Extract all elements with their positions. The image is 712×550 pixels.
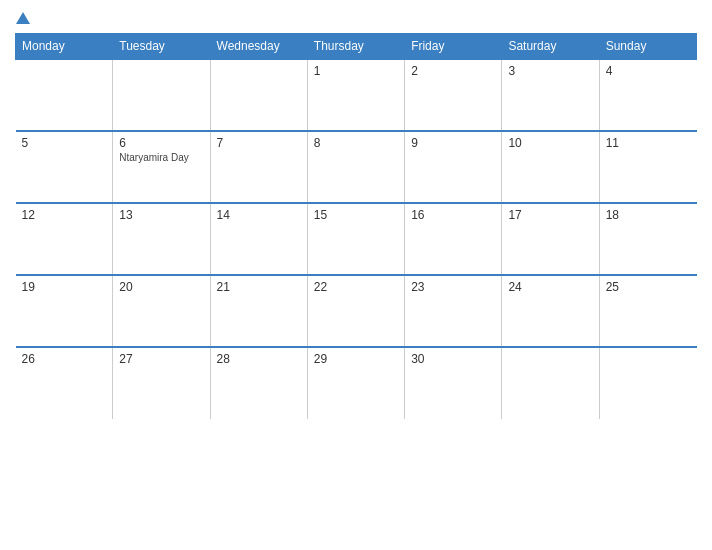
weekday-header-saturday: Saturday	[502, 34, 599, 60]
weekday-header-tuesday: Tuesday	[113, 34, 210, 60]
day-number: 24	[508, 280, 592, 294]
day-number: 23	[411, 280, 495, 294]
calendar-cell: 20	[113, 275, 210, 347]
day-number: 6	[119, 136, 203, 150]
day-number: 18	[606, 208, 691, 222]
weekday-header-wednesday: Wednesday	[210, 34, 307, 60]
day-number: 3	[508, 64, 592, 78]
weekday-header-row: MondayTuesdayWednesdayThursdayFridaySatu…	[16, 34, 697, 60]
calendar-cell: 7	[210, 131, 307, 203]
calendar-cell: 15	[307, 203, 404, 275]
day-number: 15	[314, 208, 398, 222]
calendar-table: MondayTuesdayWednesdayThursdayFridaySatu…	[15, 33, 697, 419]
calendar-cell: 4	[599, 59, 696, 131]
week-row-3: 12131415161718	[16, 203, 697, 275]
day-number: 8	[314, 136, 398, 150]
calendar-cell: 18	[599, 203, 696, 275]
calendar-cell: 29	[307, 347, 404, 419]
day-number: 16	[411, 208, 495, 222]
calendar-cell: 26	[16, 347, 113, 419]
calendar-cell: 23	[405, 275, 502, 347]
calendar-cell: 5	[16, 131, 113, 203]
day-number: 12	[22, 208, 107, 222]
day-number: 13	[119, 208, 203, 222]
calendar-cell: 12	[16, 203, 113, 275]
calendar-cell: 14	[210, 203, 307, 275]
weekday-header-monday: Monday	[16, 34, 113, 60]
calendar-cell: 19	[16, 275, 113, 347]
day-number: 14	[217, 208, 301, 222]
day-number: 9	[411, 136, 495, 150]
day-number: 19	[22, 280, 107, 294]
day-number: 5	[22, 136, 107, 150]
day-number: 27	[119, 352, 203, 366]
week-row-2: 56Ntaryamira Day7891011	[16, 131, 697, 203]
calendar-cell: 2	[405, 59, 502, 131]
calendar-cell	[502, 347, 599, 419]
calendar-cell: 17	[502, 203, 599, 275]
header	[15, 10, 697, 25]
day-number: 20	[119, 280, 203, 294]
day-number: 22	[314, 280, 398, 294]
calendar-cell	[113, 59, 210, 131]
day-number: 25	[606, 280, 691, 294]
calendar-cell: 10	[502, 131, 599, 203]
day-number: 28	[217, 352, 301, 366]
logo	[15, 10, 31, 25]
day-number: 1	[314, 64, 398, 78]
weekday-header-thursday: Thursday	[307, 34, 404, 60]
day-number: 10	[508, 136, 592, 150]
calendar-cell: 25	[599, 275, 696, 347]
weekday-header-friday: Friday	[405, 34, 502, 60]
calendar-cell: 28	[210, 347, 307, 419]
calendar-cell: 13	[113, 203, 210, 275]
calendar-container: MondayTuesdayWednesdayThursdayFridaySatu…	[0, 0, 712, 550]
calendar-cell: 22	[307, 275, 404, 347]
calendar-cell	[210, 59, 307, 131]
calendar-cell: 8	[307, 131, 404, 203]
weekday-header-sunday: Sunday	[599, 34, 696, 60]
calendar-cell: 6Ntaryamira Day	[113, 131, 210, 203]
day-number: 7	[217, 136, 301, 150]
calendar-cell	[599, 347, 696, 419]
calendar-cell: 30	[405, 347, 502, 419]
calendar-cell: 3	[502, 59, 599, 131]
day-number: 17	[508, 208, 592, 222]
calendar-cell: 27	[113, 347, 210, 419]
calendar-cell: 1	[307, 59, 404, 131]
day-number: 2	[411, 64, 495, 78]
week-row-1: 1234	[16, 59, 697, 131]
week-row-5: 2627282930	[16, 347, 697, 419]
day-number: 30	[411, 352, 495, 366]
calendar-cell: 11	[599, 131, 696, 203]
day-number: 21	[217, 280, 301, 294]
week-row-4: 19202122232425	[16, 275, 697, 347]
day-number: 4	[606, 64, 691, 78]
calendar-cell: 21	[210, 275, 307, 347]
day-number: 29	[314, 352, 398, 366]
holiday-name: Ntaryamira Day	[119, 152, 203, 163]
logo-triangle-icon	[16, 12, 30, 24]
calendar-cell: 9	[405, 131, 502, 203]
day-number: 26	[22, 352, 107, 366]
calendar-cell	[16, 59, 113, 131]
day-number: 11	[606, 136, 691, 150]
calendar-cell: 16	[405, 203, 502, 275]
calendar-cell: 24	[502, 275, 599, 347]
